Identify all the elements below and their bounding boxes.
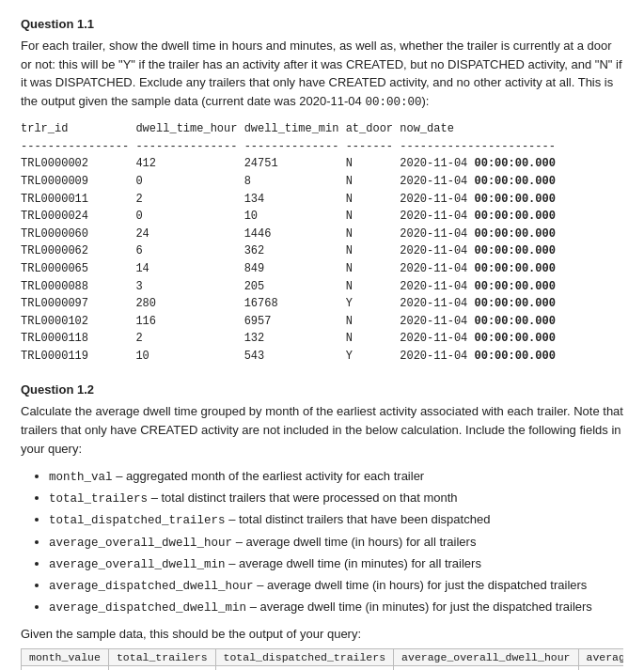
question-1-2-section: Question 1.2 Calculate the average dwell… [21, 382, 623, 670]
col-total-trailers: total_trailers [108, 648, 215, 665]
col-avg-overall-min: average_overall_dwell_min [578, 648, 623, 665]
q2-intro: Calculate the average dwell time grouped… [21, 402, 623, 459]
result-table-head: month_value total_trailers total_dispatc… [22, 648, 624, 665]
col-month-value: month_value [22, 648, 109, 665]
table-cell: 206 [394, 665, 578, 670]
q1-code-table: trlr_id dwell_time_hour dwell_time_min a… [21, 120, 623, 365]
result-table-header-row: month_value total_trailers total_dispatc… [22, 648, 624, 665]
q2-given-text: Given the sample data, this should be th… [21, 627, 623, 641]
q2-bullet-list: month_val – aggregated month of the earl… [49, 466, 623, 619]
table-cell: 9 [22, 665, 109, 670]
bullet-month-val: month_val – aggregated month of the earl… [49, 466, 623, 488]
col-total-dispatched: total_dispatched_trailers [215, 648, 394, 665]
q1-body: For each trailer, show the dwell time in… [21, 37, 623, 111]
q2-result-table-wrap: month_value total_trailers total_dispatc… [21, 648, 623, 670]
bullet-total-dispatched: total_dispatched_trailers – total distin… [49, 509, 623, 531]
table-cell: 2 [108, 665, 215, 670]
q2-result-table: month_value total_trailers total_dispatc… [21, 648, 623, 670]
question-1-1-section: Question 1.1 For each trailer, show the … [21, 17, 623, 366]
q1-title: Question 1.1 [21, 17, 623, 31]
table-cell: 2 [215, 665, 394, 670]
q2-title: Question 1.2 [21, 382, 623, 397]
table-cell: 12379 [578, 665, 623, 670]
table-row: 9222061237920612379 [22, 665, 624, 670]
bullet-avg-dispatched-hour: average_dispatched_dwell_hour – average … [49, 575, 623, 597]
result-table-body: 9222061237920612379108755334123142311216… [22, 665, 624, 670]
bullet-avg-overall-min: average_overall_dwell_min – average dwel… [49, 553, 623, 575]
bullet-avg-dispatched-min: average_dispatched_dwell_min – average d… [49, 597, 623, 618]
bullet-total-trailers: total_trailers – total distinct trailers… [49, 488, 623, 509]
q1-table-header: trlr_id dwell_time_hour dwell_time_min a… [21, 122, 556, 363]
bullet-avg-overall-hour: average_overall_dwell_hour – average dwe… [49, 532, 623, 553]
col-avg-overall-hour: average_overall_dwell_hour [394, 648, 578, 665]
